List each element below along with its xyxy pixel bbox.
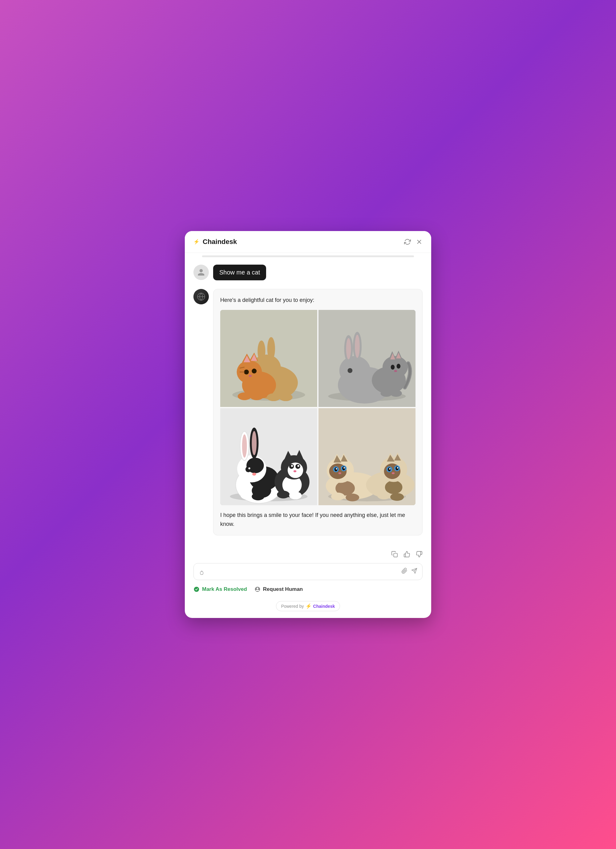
svg-point-31 [346, 338, 351, 359]
bot-avatar [193, 289, 209, 304]
bottom-actions: Mark As Resolved Request Human [185, 585, 431, 598]
svg-point-71 [289, 492, 302, 499]
input-area [193, 563, 423, 580]
svg-point-105 [392, 472, 394, 474]
powered-badge: Powered by ⚡ Chaindesk [276, 601, 340, 611]
svg-point-69 [293, 470, 296, 472]
footer: Powered by ⚡ Chaindesk [185, 598, 431, 618]
chat-window: ⚡ Chaindesk [185, 231, 431, 618]
svg-point-73 [251, 493, 264, 500]
svg-point-24 [279, 393, 293, 401]
app-title: Chaindesk [203, 238, 237, 246]
svg-point-107 [345, 493, 359, 501]
image-grid [220, 310, 415, 505]
bot-message-row: Here's a delightful cat for you to enjoy… [193, 289, 423, 536]
svg-point-9 [267, 337, 275, 360]
footer-brand-name: Chaindesk [313, 604, 335, 609]
header-actions [404, 238, 423, 245]
svg-point-21 [238, 392, 251, 400]
svg-point-18 [249, 375, 251, 377]
svg-point-108 [377, 492, 391, 499]
powered-text: Powered by [281, 604, 304, 609]
user-message-bubble: Show me a cat [213, 265, 266, 280]
thumbs-up-button[interactable] [403, 551, 410, 558]
thumbs-down-button[interactable] [416, 551, 423, 558]
svg-point-92 [385, 480, 403, 494]
svg-point-109 [390, 493, 404, 500]
svg-point-89 [344, 467, 345, 469]
svg-point-103 [389, 468, 391, 469]
cat-image-4 [318, 408, 415, 505]
close-button[interactable] [416, 238, 423, 245]
svg-point-42 [394, 370, 397, 372]
svg-point-106 [331, 493, 345, 500]
mark-resolved-button[interactable]: Mark As Resolved [193, 586, 247, 592]
bot-message-bubble: Here's a delightful cat for you to enjoy… [213, 289, 423, 536]
human-label: Request Human [263, 586, 303, 592]
svg-point-90 [338, 472, 341, 474]
lightning-icon: ⚡ [193, 239, 199, 244]
user-avatar [193, 265, 209, 280]
svg-point-54 [242, 434, 247, 458]
svg-point-67 [291, 465, 293, 467]
attach-button[interactable] [401, 568, 408, 575]
resolve-label: Mark As Resolved [202, 586, 247, 592]
svg-point-44 [390, 390, 402, 397]
header-left: ⚡ Chaindesk [193, 238, 237, 246]
svg-point-88 [336, 468, 337, 469]
svg-point-56 [246, 466, 251, 472]
svg-point-17 [251, 368, 257, 373]
action-row [185, 548, 431, 563]
svg-point-72 [241, 492, 253, 499]
send-button[interactable] [411, 568, 417, 575]
svg-rect-110 [394, 554, 397, 557]
svg-point-113 [194, 587, 199, 592]
svg-point-28 [339, 356, 370, 385]
svg-point-40 [391, 365, 395, 370]
svg-point-41 [397, 364, 401, 369]
svg-point-33 [348, 368, 353, 373]
request-human-button[interactable]: Request Human [254, 586, 303, 592]
message-input[interactable] [208, 569, 397, 575]
bot-avatar-globe [193, 289, 209, 304]
svg-point-22 [250, 392, 263, 400]
svg-point-58 [252, 472, 256, 475]
footer-lightning-icon: ⚡ [305, 603, 312, 609]
cat-image-1 [220, 310, 317, 407]
bot-intro-text: Here's a delightful cat for you to enjoy… [220, 296, 415, 304]
cat-image-2 [318, 310, 415, 407]
svg-point-104 [397, 467, 398, 469]
cat-image-3 [220, 408, 317, 505]
svg-point-68 [297, 465, 299, 467]
refresh-button[interactable] [404, 238, 411, 245]
svg-point-70 [277, 490, 290, 498]
svg-point-32 [355, 335, 360, 358]
svg-point-8 [257, 340, 265, 362]
bot-outro-text: I hope this brings a smile to your face!… [220, 511, 415, 529]
copy-button[interactable] [391, 551, 398, 558]
chat-body: Show me a cat Here's a delightful cat fo… [185, 257, 431, 548]
expand-button[interactable] [199, 569, 205, 575]
svg-point-16 [244, 369, 249, 374]
header: ⚡ Chaindesk [185, 231, 431, 253]
svg-point-55 [251, 431, 257, 455]
user-message-row: Show me a cat [193, 265, 423, 280]
user-message-text: Show me a cat [219, 269, 260, 276]
svg-point-23 [267, 393, 280, 401]
svg-point-57 [248, 467, 250, 469]
